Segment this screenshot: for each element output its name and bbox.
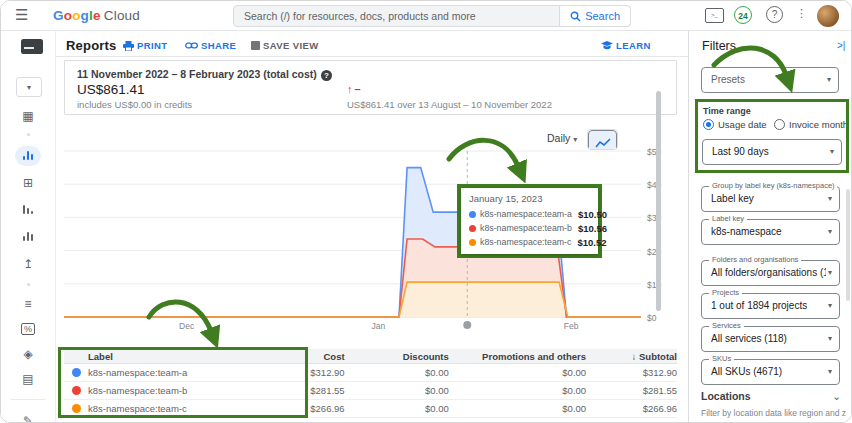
- app-window: ☰ GoogleCloud Search (/) for resources, …: [0, 0, 852, 423]
- select-value: 1 out of 1894 projects: [711, 300, 807, 311]
- cell-subtotal: $312.90: [586, 367, 677, 378]
- series-dot: [72, 368, 81, 377]
- x-axis-label: Jan: [371, 321, 385, 331]
- filter-select-services[interactable]: ServicesAll services (118)▾: [701, 326, 840, 352]
- main-scrollbar[interactable]: [656, 91, 661, 311]
- radio-selected-icon: [703, 119, 714, 130]
- cell-promotions: $0.00: [449, 367, 586, 378]
- locations-hint: Filter by location data like region and …: [701, 408, 846, 418]
- table-header-row: Label Cost Discounts Promotions and othe…: [64, 349, 677, 364]
- locations-expander[interactable]: Locations⌄: [701, 390, 841, 402]
- series-dot: [72, 386, 81, 395]
- chevron-down-icon: ▾: [828, 227, 832, 236]
- filter-select-label-key[interactable]: Label keyk8s-namespace▾: [701, 219, 840, 245]
- series-dot: [72, 404, 81, 413]
- select-value: Label key: [711, 193, 754, 204]
- chevron-down-icon: ▾: [828, 367, 832, 376]
- select-label: Label key: [709, 214, 747, 223]
- col-promotions[interactable]: Promotions and others: [449, 351, 586, 362]
- col-discounts[interactable]: Discounts: [345, 351, 449, 362]
- select-label: Folders and organisations: [709, 255, 801, 264]
- chevron-down-icon: ▾: [828, 268, 832, 277]
- chevron-down-icon: ▾: [828, 194, 832, 203]
- cell-cost: $281.55: [244, 385, 344, 396]
- filters-title: Filters: [702, 39, 736, 53]
- chevron-down-icon: ▾: [828, 334, 832, 343]
- select-label: Projects: [709, 288, 742, 297]
- cell-promotions: $0.00: [449, 385, 586, 396]
- chevron-down-icon: ▾: [830, 147, 834, 156]
- filter-select-group-by-label-key-k8s-namespace[interactable]: Group by label key (k8s-namespace)Label …: [701, 186, 840, 212]
- usage-date-radio[interactable]: Usage date: [703, 119, 767, 130]
- select-value: All SKUs (4671): [711, 366, 782, 377]
- filters-scrollbar[interactable]: [846, 189, 850, 301]
- radio-icon: [774, 119, 785, 130]
- cell-discounts: $0.00: [345, 403, 449, 414]
- filter-select-folders-and-organisations[interactable]: Folders and organisationsAll folders/org…: [701, 260, 840, 286]
- filter-select-skus[interactable]: SKUsAll SKUs (4671)▾: [701, 359, 840, 385]
- cell-label: k8s-namespace:team-b: [88, 385, 244, 396]
- x-axis-label: Dec: [179, 321, 194, 331]
- y-axis-label: $0: [647, 313, 656, 323]
- table-row[interactable]: k8s-namespace:team-b$281.55$0.00$0.00$28…: [64, 382, 677, 400]
- chart-plot[interactable]: [64, 151, 641, 333]
- cell-discounts: $0.00: [345, 385, 449, 396]
- cost-table: Label Cost Discounts Promotions and othe…: [64, 349, 677, 418]
- x-axis-label: Feb: [564, 321, 579, 331]
- invoice-month-radio[interactable]: Invoice month: [774, 119, 848, 130]
- select-value: All services (118): [711, 333, 787, 344]
- chevron-down-icon: ▾: [828, 301, 832, 310]
- sort-desc-icon: ↓: [632, 351, 637, 362]
- select-value: k8s-namespace: [711, 226, 782, 237]
- col-label[interactable]: Label: [88, 351, 244, 362]
- time-range-select[interactable]: Last 90 days▾: [702, 139, 842, 165]
- select-value: All folders/organisations (14): [711, 267, 826, 278]
- chevron-down-icon: ⌄: [832, 390, 841, 402]
- presets-select[interactable]: Presets▾: [701, 67, 839, 93]
- filter-select-projects[interactable]: Projects1 out of 1894 projects▾: [701, 293, 840, 319]
- cell-label: k8s-namespace:team-a: [88, 367, 244, 378]
- time-range-label: Time range: [703, 106, 751, 116]
- cell-cost: $266.96: [244, 403, 344, 414]
- select-label: SKUs: [709, 354, 734, 363]
- collapse-panel-icon[interactable]: >|: [837, 40, 845, 51]
- area-fill-k8s-namespace:team-c: [64, 282, 641, 317]
- col-cost[interactable]: Cost: [244, 351, 344, 362]
- select-label: Group by label key (k8s-namespace): [709, 181, 837, 190]
- cell-subtotal: $266.96: [586, 403, 677, 414]
- cell-label: k8s-namespace:team-c: [88, 403, 244, 414]
- cell-discounts: $0.00: [345, 367, 449, 378]
- cell-cost: $312.90: [244, 367, 344, 378]
- crosshair-handle[interactable]: [463, 321, 471, 329]
- filters-panel: Filters >| Presets▾ Time range Usage dat…: [688, 31, 852, 423]
- table-row[interactable]: k8s-namespace:team-c$266.96$0.00$0.00$26…: [64, 400, 677, 418]
- cell-subtotal: $281.55: [586, 385, 677, 396]
- cell-promotions: $0.00: [449, 403, 586, 414]
- chevron-down-icon: ▾: [827, 75, 831, 84]
- table-row[interactable]: k8s-namespace:team-a$312.90$0.00$0.00$31…: [64, 364, 677, 382]
- col-subtotal[interactable]: ↓ Subtotal: [586, 351, 677, 362]
- select-label: Services: [709, 321, 744, 330]
